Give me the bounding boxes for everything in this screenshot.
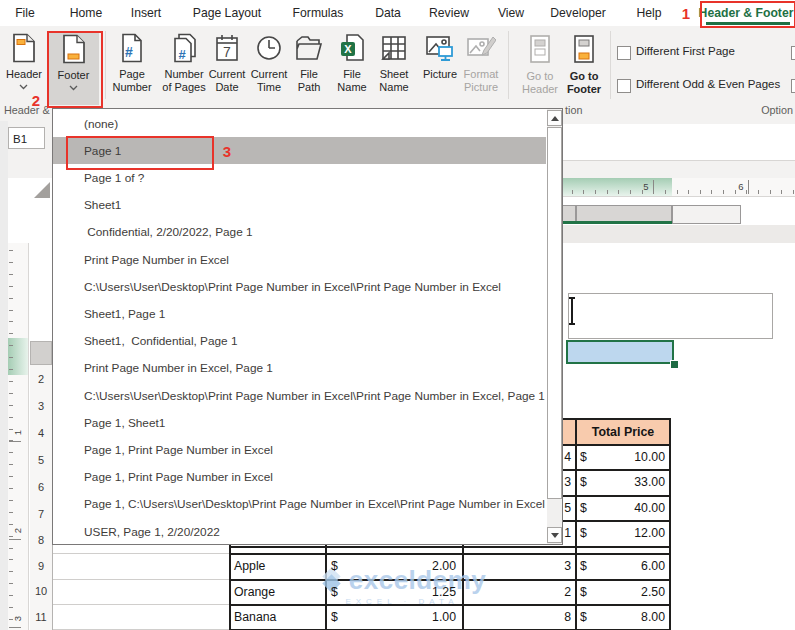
go-to-footer-icon — [573, 34, 595, 64]
header-icon — [12, 33, 36, 63]
dropdown-item[interactable]: Print Page Number in Excel, Page 1 — [53, 355, 546, 382]
unit-price-cell[interactable]: 2.00 — [346, 555, 456, 578]
ruler-tick — [583, 190, 584, 194]
total-cell[interactable]: 10.00 — [590, 445, 665, 468]
qty-cell[interactable]: 2 — [500, 580, 571, 603]
total-cell[interactable]: 2.50 — [590, 580, 665, 603]
unit-price-cell[interactable]: 1.00 — [346, 606, 456, 629]
dropdown-item[interactable]: USER, Page 1, 2/20/2022 — [53, 518, 546, 545]
total-cell[interactable]: 12.00 — [590, 522, 665, 545]
scrollbar-thumb[interactable] — [547, 127, 562, 499]
ruler-tick — [9, 286, 13, 287]
row-header-7[interactable]: 7 — [30, 500, 53, 528]
total-cell[interactable]: 40.00 — [590, 496, 665, 519]
dropdown-item[interactable]: C:\Users\User\Desktop\Print Page Number … — [53, 273, 546, 300]
ruler-number: 2 — [12, 526, 23, 536]
number-of-pages-icon: # — [171, 33, 197, 63]
header-button-label: Header — [2, 68, 46, 81]
tab-developer[interactable]: Developer — [550, 0, 606, 26]
row-header-9[interactable]: 9 — [30, 553, 53, 580]
total-cell[interactable]: 33.00 — [590, 471, 665, 494]
annotation-step-3: 3 — [218, 142, 236, 160]
dropdown-item[interactable]: Page 1, Sheet1 — [53, 409, 546, 436]
tab-page-layout[interactable]: Page Layout — [193, 0, 261, 26]
qty-cell[interactable]: 3 — [500, 555, 571, 578]
dropdown-item[interactable]: Page 1, C:\Users\User\Desktop\Print Page… — [53, 491, 546, 518]
row-header-2[interactable]: 2 — [30, 365, 53, 393]
ruler-tick — [793, 190, 794, 194]
unit-price-cell[interactable]: 1.25 — [346, 580, 456, 603]
dropdown-item[interactable]: Sheet1, Confidential, Page 1 — [53, 328, 546, 355]
item-cell[interactable]: Banana — [234, 606, 276, 629]
row-header-6[interactable]: 6 — [30, 473, 53, 501]
ruler-tick — [653, 180, 654, 194]
tab-insert[interactable]: Insert — [131, 0, 161, 26]
clipped-checkbox[interactable] — [791, 79, 795, 93]
scroll-down-button[interactable] — [547, 527, 562, 543]
dropdown-item[interactable]: Sheet1 — [53, 192, 546, 219]
total-cell[interactable]: 8.00 — [590, 606, 665, 629]
tab-file[interactable]: File — [15, 0, 35, 26]
dropdown-item[interactable]: C:\Users\User\Desktop\Print Page Number … — [53, 382, 546, 409]
ruler-tick — [9, 512, 13, 513]
select-all-corner[interactable] — [34, 182, 50, 198]
tab-data[interactable]: Data — [375, 0, 401, 26]
chevron-down-icon[interactable] — [19, 84, 28, 90]
selected-cell-b1[interactable] — [566, 340, 674, 364]
name-box[interactable]: B1 — [8, 127, 45, 149]
group-label-options: Option — [752, 104, 793, 116]
clipped-checkbox[interactable] — [791, 46, 795, 60]
ruler-number: 5 — [641, 181, 651, 192]
tab-view[interactable]: View — [498, 0, 524, 26]
tab-help[interactable]: Help — [636, 0, 661, 26]
footer-text-box[interactable] — [568, 293, 773, 339]
currency-symbol: $ — [580, 496, 587, 519]
ruler-tick — [770, 190, 771, 194]
ruler-tick — [711, 190, 712, 194]
ruler-tick — [700, 190, 701, 194]
ruler-tick — [677, 190, 678, 194]
checkbox-different-odd-even-pages[interactable] — [617, 79, 631, 93]
row-header-1[interactable] — [30, 341, 52, 365]
formula-bar[interactable] — [556, 124, 795, 161]
ruler-tick — [9, 627, 21, 628]
item-cell[interactable]: Apple — [234, 555, 265, 578]
sheet-gridline — [53, 579, 229, 580]
dropdown-item[interactable]: Print Page Number in Excel — [53, 246, 546, 273]
row-header-5[interactable]: 5 — [30, 446, 53, 474]
tab-formulas[interactable]: Formulas — [293, 0, 344, 26]
ruler-tick — [9, 536, 13, 537]
dropdown-item[interactable]: (none) — [53, 110, 546, 137]
row-header-8[interactable]: 8 — [30, 527, 53, 554]
fill-handle[interactable] — [670, 360, 679, 369]
dropdown-item[interactable]: Page 1, Print Page Number in Excel — [53, 464, 546, 491]
text-cursor-serif — [569, 323, 575, 325]
tab-home[interactable]: Home — [70, 0, 103, 26]
dropdown-item[interactable]: Sheet1, Page 1 — [53, 300, 546, 327]
tab-review[interactable]: Review — [429, 0, 469, 26]
ruler-tick — [9, 250, 13, 251]
group-label-navigation: tion — [565, 104, 582, 116]
ruler-tick — [9, 274, 13, 275]
row-header-11[interactable]: 11 — [30, 604, 53, 630]
ruler-tick — [9, 452, 13, 453]
row-header-3[interactable]: 3 — [30, 392, 53, 420]
qty-cell[interactable]: 8 — [500, 606, 571, 629]
button-label: Format Picture — [448, 68, 514, 94]
annotation-step-1: 1 — [676, 3, 696, 23]
column-header-f[interactable] — [672, 205, 741, 224]
total-cell[interactable]: 6.00 — [590, 555, 665, 578]
scroll-up-button[interactable] — [547, 110, 562, 126]
button-label: Go to Footer — [556, 70, 612, 96]
checkbox-different-first-page[interactable] — [617, 46, 631, 60]
item-cell[interactable]: Orange — [234, 580, 275, 603]
row-header-10[interactable]: 10 — [30, 579, 53, 606]
table-border-h — [229, 546, 671, 548]
button-go-to-footer[interactable]: Go to Footer — [560, 30, 608, 102]
dropdown-item[interactable]: Confidential, 2/20/2022, Page 1 — [53, 219, 546, 246]
row-header-4[interactable]: 4 — [30, 419, 53, 447]
ruler-tick — [723, 190, 724, 194]
ruler-tick — [9, 476, 13, 477]
currency-symbol: $ — [580, 555, 587, 578]
dropdown-item[interactable]: Page 1, Print Page Number in Excel — [53, 436, 546, 463]
